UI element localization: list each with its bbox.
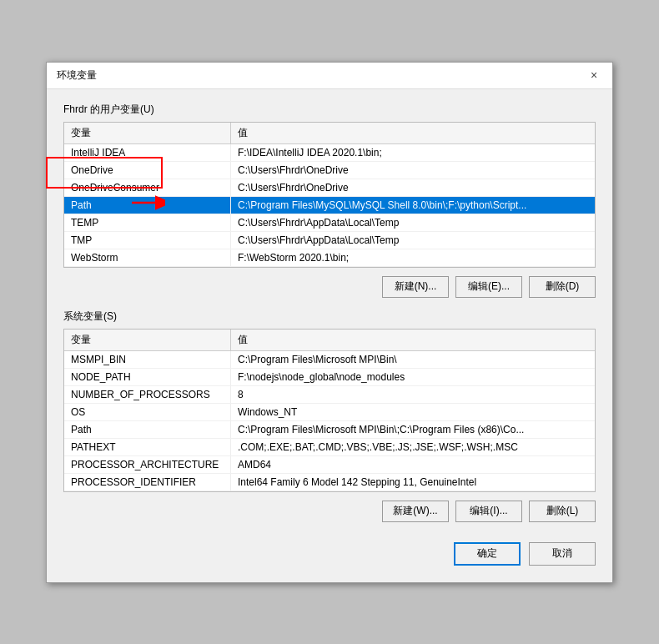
- user-delete-button[interactable]: 删除(D): [529, 276, 596, 298]
- system-variables-table: 变量 值 MSMPI_BIN C:\Program Files\Microsof…: [63, 329, 596, 492]
- table-cell-val: F:\WebStorm 2020.1\bin;: [231, 249, 595, 266]
- table-row[interactable]: NUMBER_OF_PROCESSORS 8: [64, 386, 595, 404]
- system-table-body: MSMPI_BIN C:\Program Files\Microsoft MPI…: [64, 351, 595, 491]
- confirm-button[interactable]: 确定: [454, 542, 521, 566]
- table-row[interactable]: NODE_PATH F:\nodejs\node_global\node_mod…: [64, 369, 595, 386]
- table-cell-val: F:\nodejs\node_global\node_modules: [231, 369, 595, 385]
- table-row[interactable]: PATHEXT .COM;.EXE;.BAT;.CMD;.VBS;.VBE;.J…: [64, 439, 595, 456]
- system-buttons-row: 新建(W)... 编辑(I)... 删除(L): [63, 501, 596, 522]
- table-cell-val: C:\Users\Fhrdr\OneDrive: [231, 162, 595, 179]
- table-cell-var: IntelliJ IDEA: [64, 144, 231, 161]
- table-cell-val: .COM;.EXE;.BAT;.CMD;.VBS;.VBE;.JS;.JSE;.…: [231, 439, 595, 455]
- table-cell-val: 8: [231, 386, 595, 403]
- table-row[interactable]: OS Windows_NT: [64, 404, 595, 421]
- table-cell-var: PROCESSOR_IDENTIFIER: [64, 474, 231, 491]
- table-row[interactable]: MSMPI_BIN C:\Program Files\Microsoft MPI…: [64, 351, 595, 369]
- table-cell-var: WebStorm: [64, 249, 231, 266]
- table-cell-var: PROCESSOR_ARCHITECTURE: [64, 456, 231, 473]
- system-table-header: 变量 值: [64, 330, 595, 351]
- user-edit-button[interactable]: 编辑(E)...: [455, 276, 522, 298]
- user-table-body: IntelliJ IDEA F:\IDEA\IntelliJ IDEA 2020…: [64, 144, 595, 267]
- user-variables-table: 变量 值 IntelliJ IDEA F:\IDEA\IntelliJ IDEA…: [63, 122, 596, 268]
- system-new-button[interactable]: 新建(W)...: [382, 501, 449, 522]
- dialog-title: 环境变量: [57, 68, 97, 83]
- table-row[interactable]: OneDriveConsumer C:\Users\Fhrdr\OneDrive: [64, 179, 595, 197]
- table-row[interactable]: Path C:\Program Files\Microsoft MPI\Bin\…: [64, 421, 595, 439]
- system-section-label: 系统变量(S): [63, 309, 596, 324]
- table-cell-var: PATHEXT: [64, 439, 231, 455]
- table-cell-val: C:\Users\Fhrdr\AppData\Local\Temp: [231, 232, 595, 249]
- table-cell-val: C:\Users\Fhrdr\AppData\Local\Temp: [231, 214, 595, 231]
- user-section-label: Fhrdr 的用户变量(U): [63, 103, 596, 117]
- user-header-var: 变量: [64, 123, 231, 143]
- user-buttons-row: 新建(N)... 编辑(E)... 删除(D): [63, 276, 596, 298]
- table-row[interactable]: Path C:\Program Files\MySQL\MySQL Shell …: [64, 197, 595, 214]
- environment-variables-dialog: 环境变量 × Fhrdr 的用户变量(U) 变量 值 IntelliJ IDEA…: [46, 62, 613, 583]
- user-header-val: 值: [231, 123, 595, 143]
- table-row[interactable]: TEMP C:\Users\Fhrdr\AppData\Local\Temp: [64, 214, 595, 232]
- title-bar: 环境变量 ×: [47, 63, 612, 89]
- system-header-var: 变量: [64, 330, 231, 350]
- table-cell-var: OneDriveConsumer: [64, 179, 231, 196]
- table-cell-var: Path: [64, 197, 231, 214]
- table-cell-var: TEMP: [64, 214, 231, 231]
- table-cell-var: OneDrive: [64, 162, 231, 179]
- table-cell-val: F:\IDEA\IntelliJ IDEA 2020.1\bin;: [231, 144, 595, 161]
- user-new-button[interactable]: 新建(N)...: [382, 276, 449, 298]
- table-row[interactable]: TMP C:\Users\Fhrdr\AppData\Local\Temp: [64, 232, 595, 249]
- table-row[interactable]: WebStorm F:\WebStorm 2020.1\bin;: [64, 249, 595, 267]
- system-header-val: 值: [231, 330, 595, 350]
- table-cell-var: NUMBER_OF_PROCESSORS: [64, 386, 231, 403]
- table-cell-var: MSMPI_BIN: [64, 351, 231, 368]
- system-edit-button[interactable]: 编辑(I)...: [455, 501, 522, 522]
- table-cell-val: AMD64: [231, 456, 595, 473]
- system-delete-button[interactable]: 删除(L): [529, 501, 596, 522]
- close-button[interactable]: ×: [586, 67, 602, 83]
- table-row[interactable]: PROCESSOR_IDENTIFIER Intel64 Family 6 Mo…: [64, 474, 595, 491]
- table-cell-var: OS: [64, 404, 231, 420]
- cancel-button[interactable]: 取消: [529, 542, 596, 566]
- table-cell-val: Intel64 Family 6 Model 142 Stepping 11, …: [231, 474, 595, 491]
- table-cell-val: C:\Program Files\MySQL\MySQL Shell 8.0\b…: [231, 197, 595, 214]
- table-row[interactable]: OneDrive C:\Users\Fhrdr\OneDrive: [64, 162, 595, 179]
- table-cell-val: C:\Users\Fhrdr\OneDrive: [231, 179, 595, 196]
- bottom-buttons-row: 确定 取消: [63, 534, 596, 569]
- table-row[interactable]: PROCESSOR_ARCHITECTURE AMD64: [64, 456, 595, 474]
- table-cell-var: TMP: [64, 232, 231, 249]
- user-table-header: 变量 值: [64, 123, 595, 144]
- table-cell-var: NODE_PATH: [64, 369, 231, 385]
- dialog-body: Fhrdr 的用户变量(U) 变量 值 IntelliJ IDEA F:\IDE…: [47, 89, 612, 582]
- table-cell-val: C:\Program Files\Microsoft MPI\Bin\;C:\P…: [231, 421, 595, 438]
- table-cell-var: Path: [64, 421, 231, 438]
- table-cell-val: Windows_NT: [231, 404, 595, 420]
- table-cell-val: C:\Program Files\Microsoft MPI\Bin\: [231, 351, 595, 368]
- table-row[interactable]: IntelliJ IDEA F:\IDEA\IntelliJ IDEA 2020…: [64, 144, 595, 162]
